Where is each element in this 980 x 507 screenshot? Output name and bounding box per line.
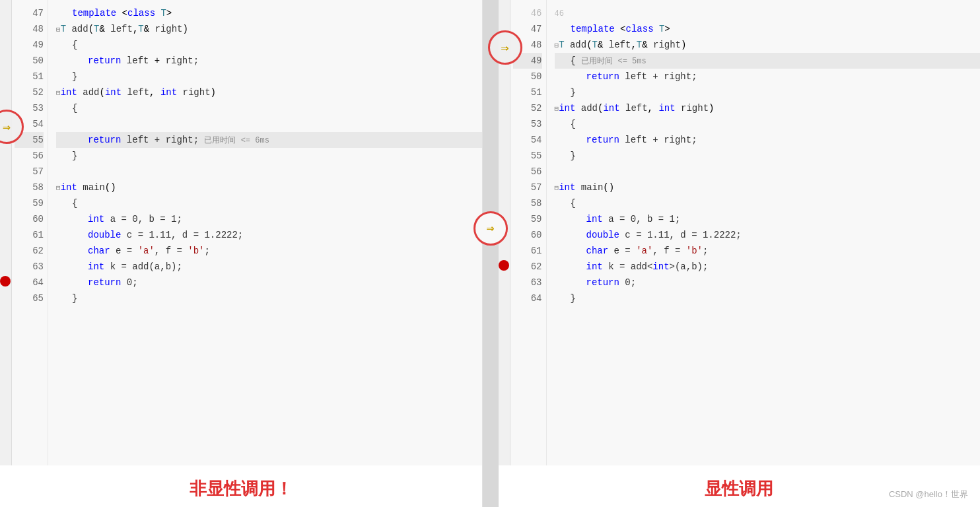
right-code-content: 46 template <class T> ⊟T add(T& left,T& … <box>547 0 981 465</box>
r-code-line-50: return left + right; <box>555 69 981 84</box>
r-code-line-60: double c = 1.11, d = 1.2222; <box>555 227 981 243</box>
code-line-48: ⊟T add(T& left,T& right) <box>56 21 482 37</box>
r-code-line-63: return 0; <box>555 275 981 290</box>
r-code-line-54: return left + right; <box>555 132 981 148</box>
code-line-54 <box>56 116 482 132</box>
left-code-area: ⇒ 47 48 49 50 51 52 53 54 55 56 57 58 59 <box>0 0 482 465</box>
left-arrow-symbol: ⇒ <box>3 119 11 135</box>
left-label: 非显性调用！ <box>0 465 482 507</box>
watermark: CSDN @hello！世界 <box>889 489 968 500</box>
code-line-60: int a = 0, b = 1; <box>56 211 482 227</box>
right-arrow-indicator: ⇒ <box>488 30 522 65</box>
main-container: ⇒ 47 48 49 50 51 52 53 54 55 56 57 58 59 <box>0 0 980 507</box>
left-panel: ⇒ 47 48 49 50 51 52 53 54 55 56 57 58 59 <box>0 0 483 507</box>
code-line-57 <box>56 164 482 180</box>
code-line-53: { <box>56 100 482 116</box>
r-code-line-55: } <box>555 148 981 164</box>
r-code-line-58: { <box>555 195 981 211</box>
code-line-50: return left + right; <box>56 53 482 69</box>
middle-divider: ⇒ <box>483 0 499 507</box>
code-line-64: return 0; <box>56 275 482 290</box>
right-line-numbers: 46 47 48 49 50 51 52 53 54 55 56 57 58 5… <box>510 0 547 465</box>
code-line-63: int k = add(a,b); <box>56 259 482 275</box>
code-line-58: ⊟int main() <box>56 180 482 195</box>
r-code-line-62: int k = add<int>(a,b); <box>555 259 981 275</box>
right-breakpoint[interactable] <box>499 260 509 271</box>
code-line-47: template <class T> <box>56 5 482 21</box>
r-code-line-49: { 已用时间 <= 5ms <box>555 53 981 69</box>
code-line-51: } <box>56 69 482 84</box>
right-code-area: ⇒ 46 47 48 49 50 51 52 53 54 55 56 57 58 <box>499 0 981 465</box>
right-arrow-symbol: ⇒ <box>501 40 508 56</box>
r-code-line-48: ⊟T add(T& left,T& right) <box>555 37 981 53</box>
r-code-line-46: 46 <box>555 5 981 21</box>
r-code-line-56 <box>555 164 981 180</box>
code-line-52: ⊟int add(int left, int right) <box>56 84 482 100</box>
code-line-62: char e = 'a', f = 'b'; <box>56 243 482 259</box>
left-breakpoint[interactable] <box>0 276 11 287</box>
left-code-content: template <class T> ⊟T add(T& left,T& rig… <box>48 0 482 465</box>
r-code-line-57: ⊟int main() <box>555 180 981 195</box>
code-line-49: { <box>56 37 482 53</box>
r-code-line-53: { <box>555 116 981 132</box>
r-code-line-47: template <class T> <box>555 21 981 37</box>
r-code-line-64: } <box>555 290 981 306</box>
r-code-line-61: char e = 'a', f = 'b'; <box>555 243 981 259</box>
r-code-line-59: int a = 0, b = 1; <box>555 211 981 227</box>
code-line-56: } <box>56 148 482 164</box>
code-line-61: double c = 1.11, d = 1.2222; <box>56 227 482 243</box>
right-panel: ⇒ 46 47 48 49 50 51 52 53 54 55 56 57 58 <box>499 0 981 507</box>
left-gutter: ⇒ <box>0 0 12 465</box>
r-code-line-51: } <box>555 84 981 100</box>
separator-arrow: ⇒ <box>473 211 508 246</box>
separator-arrow-symbol: ⇒ <box>486 220 494 236</box>
right-label: 显性调用 <box>499 465 981 507</box>
r-code-line-52: ⊟int add(int left, int right) <box>555 100 981 116</box>
code-line-59: { <box>56 195 482 211</box>
left-line-numbers: 47 48 49 50 51 52 53 54 55 56 57 58 59 6… <box>12 0 48 465</box>
code-line-65: } <box>56 290 482 306</box>
code-line-55: return left + right; 已用时间 <= 6ms <box>56 132 482 148</box>
